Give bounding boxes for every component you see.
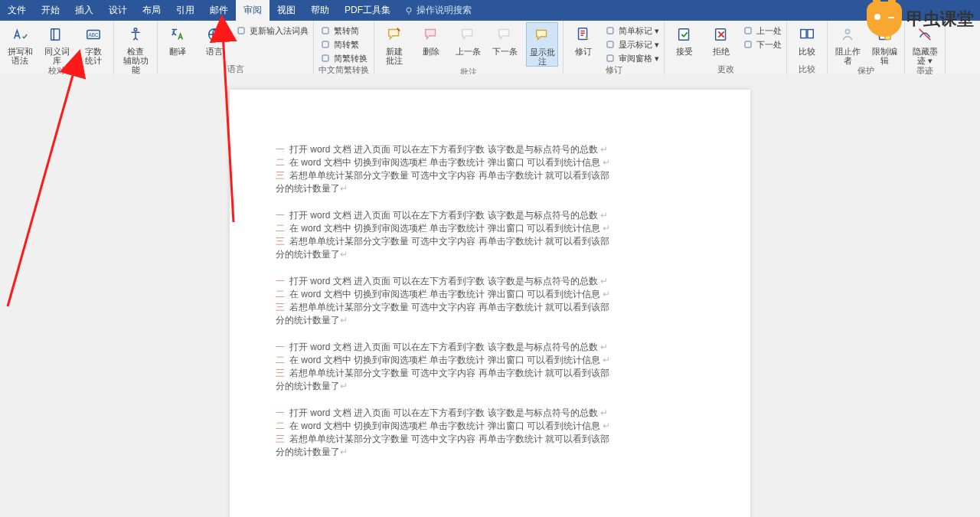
tab-mailings[interactable]: 邮件 [202,0,236,21]
track-opts-0-button[interactable]: 简单标记 ▾ [605,25,659,37]
track-button[interactable]: 修订 [568,22,599,56]
group-label: 修订 [606,64,622,75]
group-中文简繁转换: 繁转简简转繁简繁转换中文简繁转换 [314,21,374,74]
svg-rect-18 [801,30,806,38]
spelling-label: 拼写和语法 [5,47,35,65]
group-label: 语言 [227,64,244,74]
accessibility-icon [125,24,146,45]
spelling-button[interactable]: 拼写和语法 [5,22,35,65]
ime-0-button[interactable]: 更新输入法词典 [236,25,309,37]
track-opts-0-label: 简单标记 ▾ [619,25,659,37]
svg-rect-6 [238,28,244,34]
document-page: 一打开 word 文档 进入页面 可以在左下方看到字数 该字数是与标点符号的总数… [230,90,750,517]
new-comment-label: 新建批注 [386,47,403,65]
group-比较: 比较比较 [787,21,828,74]
thesaurus-button[interactable]: 同义词库 [41,22,72,65]
nav-change-1-icon [743,39,753,50]
sc-tc-2-button[interactable]: 简繁转换 [320,52,368,64]
language-label: 语言 [206,47,223,56]
sc-tc-1-label: 简转繁 [334,39,359,51]
brand-watermark: 甲虫课堂 [867,2,974,37]
tab-layout[interactable]: 布局 [135,0,168,21]
sc-tc-1-button[interactable]: 简转繁 [320,38,368,51]
reject-button[interactable]: 拒绝 [706,22,737,56]
svg-rect-11 [607,28,613,34]
language-button[interactable]: 语言 [199,22,230,56]
thesaurus-label: 同义词库 [41,47,72,65]
delete-comment-label: 删除 [423,47,439,56]
paragraph: 一打开 word 文档 进入页面 可以在左下方看到字数 该字数是与标点符号的总数… [276,341,704,393]
next-comment-icon [494,24,515,45]
svg-rect-9 [322,55,328,61]
track-opts-1-button[interactable]: 显示标记 ▾ [605,38,659,51]
tab-review[interactable]: 审阅 [236,0,270,21]
tab-references[interactable]: 引用 [168,0,202,21]
svg-rect-12 [607,41,613,47]
translate-button[interactable]: 翻译 [162,22,193,56]
nav-change-1-button[interactable]: 下一处 [743,38,782,51]
new-comment-icon [384,24,405,45]
accessibility-button[interactable]: 检查辅助功能 [120,22,151,74]
track-icon [573,24,594,45]
tell-me[interactable]: 操作说明搜索 [404,0,472,21]
tab-view[interactable]: 视图 [270,0,303,21]
nav-change-1-label: 下一处 [756,39,782,51]
sc-tc-0-button[interactable]: 繁转简 [320,25,368,37]
hide-ink-label: 隐藏墨迹 ▾ [913,47,938,65]
sc-tc-2-icon [320,53,331,64]
tab-insert[interactable]: 插入 [67,0,101,21]
svg-rect-16 [745,28,751,34]
track-label: 修订 [575,47,592,56]
tab-file[interactable]: 文件 [0,0,34,21]
nav-change-0-button[interactable]: 上一处 [743,25,782,37]
ribbon: 拼写和语法同义词库ABC字数统计校对检查辅助功能辅助功能翻译语言更新输入法词典语… [0,21,980,75]
accept-icon [674,24,695,45]
track-opts-1-label: 显示标记 ▾ [619,39,659,51]
compare-button[interactable]: 比较 [792,22,822,56]
paragraph: 一打开 word 文档 进入页面 可以在左下方看到字数 该字数是与标点符号的总数… [276,407,704,459]
menu-bar: 文件 开始 插入 设计 布局 引用 邮件 审阅 视图 帮助 PDF工具集 操作说… [0,0,980,21]
group-校对: 拼写和语法同义词库ABC字数统计校对 [0,21,114,74]
svg-rect-17 [745,41,751,47]
brand-logo-icon [867,2,902,37]
sc-tc-1-icon [320,39,331,50]
svg-text:ABC: ABC [88,32,99,38]
prev-comment-icon [457,24,479,45]
sc-tc-2-label: 简繁转换 [334,53,368,64]
group-批注: 新建批注删除上一条下一条显示批注批注 [374,21,564,74]
svg-rect-19 [808,30,813,38]
show-comments-button[interactable]: 显示批注 [526,22,558,67]
nav-change-0-label: 上一处 [756,25,782,37]
accept-button[interactable]: 接受 [669,22,700,56]
sc-tc-0-label: 繁转简 [334,25,359,37]
new-comment-button[interactable]: 新建批注 [379,22,410,65]
svg-rect-10 [579,28,587,40]
next-comment-button[interactable]: 下一条 [489,22,520,56]
next-comment-label: 下一条 [492,47,518,56]
block-authors-icon [837,24,858,45]
paragraph: 一打开 word 文档 进入页面 可以在左下方看到字数 该字数是与标点符号的总数… [276,143,704,195]
thesaurus-icon [46,24,67,45]
prev-comment-button[interactable]: 上一条 [452,22,483,56]
nav-change-0-icon [743,25,753,36]
tab-pdftools[interactable]: PDF工具集 [337,0,398,21]
paragraph: 一打开 word 文档 进入页面 可以在左下方看到字数 该字数是与标点符号的总数… [276,275,704,327]
group-更改: 接受拒绝上一处下一处更改 [665,21,787,74]
svg-rect-1 [51,29,60,41]
track-opts-2-button[interactable]: 审阅窗格 ▾ [605,52,659,64]
translate-icon [167,24,188,45]
tab-home[interactable]: 开始 [34,0,67,21]
delete-comment-button[interactable]: 删除 [416,22,446,56]
tab-design[interactable]: 设计 [101,0,135,21]
compare-label: 比较 [799,47,815,56]
track-opts-2-icon [605,53,616,64]
wordcount-button[interactable]: ABC字数统计 [78,22,109,65]
block-authors-button[interactable]: 阻止作者 [832,22,863,65]
track-opts-0-icon [605,25,616,36]
restrict-label: 限制编辑 [869,47,900,65]
wordcount-icon: ABC [83,24,104,45]
group-label: 比较 [799,64,815,74]
ime-0-icon [236,25,247,36]
tab-help[interactable]: 帮助 [303,0,337,21]
tell-me-label: 操作说明搜索 [416,4,472,17]
